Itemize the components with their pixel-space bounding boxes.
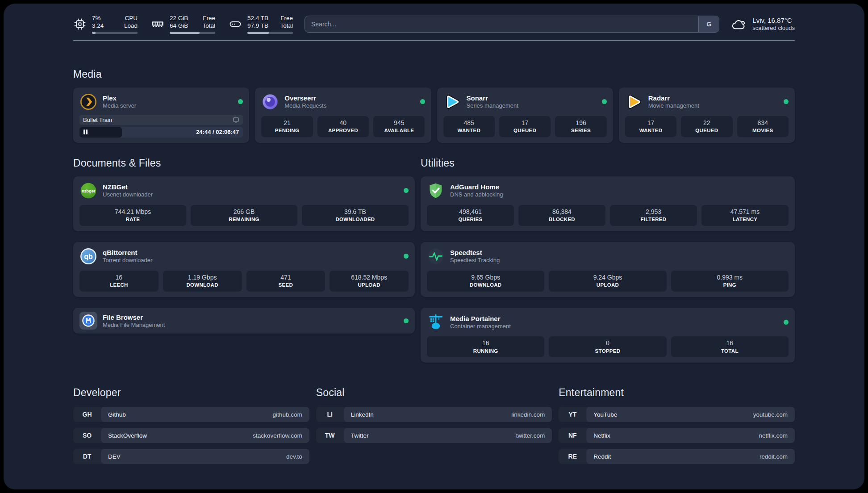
link-pill[interactable]: LinkedInlinkedin.com (344, 407, 552, 422)
stat-box: 471SEED (246, 271, 326, 292)
ram-free-label: Free (203, 14, 215, 22)
adguard-app-link[interactable]: AdGuard Home DNS and adblocking (427, 182, 789, 200)
link-row[interactable]: GHGithubgithub.com (73, 407, 309, 422)
speedtest-app-link[interactable]: Speedtest Speedtest Tracking (427, 247, 789, 265)
adguard-icon (427, 182, 445, 200)
stat-value: 196 (558, 119, 604, 127)
speedtest-icon (427, 247, 445, 265)
portainer-app-link[interactable]: Media Portainer Container management (427, 313, 789, 331)
app-name: Radarr (648, 94, 699, 102)
bookmarks-grid: Developer GHGithubgithub.comSOStackOverf… (73, 387, 795, 470)
overseerr-card: Overseerr Media Requests 21PENDING40APPR… (255, 88, 431, 143)
overseerr-app-link[interactable]: Overseerr Media Requests (261, 93, 425, 111)
radarr-app-link[interactable]: Radarr Movie management (625, 93, 789, 111)
app-name: Overseerr (284, 94, 326, 102)
svg-text:nzbget: nzbget (82, 188, 95, 193)
stat-box: 22QUEUED (681, 116, 732, 137)
ram-icon (151, 17, 164, 31)
link-pill[interactable]: YouTubeyoutube.com (586, 407, 795, 422)
entertainment-column: Entertainment YTYouTubeyoutube.comNFNetf… (559, 387, 795, 470)
system-stats: 7%CPU 3.24Load (73, 14, 293, 34)
stat-value: 9.24 Gbps (551, 274, 664, 282)
link-name: Github (108, 411, 126, 418)
search-input[interactable] (305, 16, 698, 32)
link-pill[interactable]: Twittertwitter.com (344, 428, 552, 443)
link-name: DEV (108, 453, 121, 460)
ram-total-label: Total (202, 22, 215, 29)
link-pill[interactable]: DEVdev.to (101, 449, 309, 464)
search-provider-button[interactable]: G (698, 16, 719, 32)
stat-value: 1.19 Gbps (166, 274, 239, 282)
stat-label: RUNNING (430, 348, 542, 355)
stat-box: 1.19 GbpsDOWNLOAD (163, 271, 242, 292)
link-row[interactable]: TWTwittertwitter.com (316, 428, 552, 443)
stat-label: AVAILABLE (376, 128, 422, 134)
link-pill[interactable]: Githubgithub.com (101, 407, 309, 422)
cloud-icon (731, 17, 747, 31)
stat-label: BLOCKED (521, 217, 603, 223)
app-name: Plex (103, 94, 136, 102)
link-badge: RE (559, 449, 586, 464)
stat-value: 16 (82, 274, 156, 282)
status-online-dot (238, 99, 243, 104)
stats-row: 744.21 MbpsRATE266 GBREMAINING39.6 TBDOW… (79, 205, 409, 226)
topbar: 7%CPU 3.24Load (73, 14, 795, 34)
stats-row: 17WANTED22QUEUED834MOVIES (625, 116, 789, 137)
portainer-card: Media Portainer Container management 16R… (421, 308, 795, 363)
stat-value: 21 (264, 119, 310, 127)
link-row[interactable]: YTYouTubeyoutube.com (559, 407, 795, 422)
link-row[interactable]: LILinkedInlinkedin.com (316, 407, 552, 422)
cpu-stat: 7%CPU 3.24Load (73, 14, 138, 34)
search-bar: G (305, 16, 719, 33)
link-row[interactable]: RERedditreddit.com (559, 449, 795, 464)
link-row[interactable]: DTDEVdev.to (73, 449, 309, 464)
disk-free: 52.4 TB (247, 14, 268, 22)
section-title-utilities: Utilities (421, 157, 795, 169)
stat-value: 0.993 ms (674, 274, 786, 282)
section-title-documents: Documents & Files (73, 157, 415, 169)
stat-label: WANTED (628, 128, 674, 134)
disk-total-label: Total (280, 22, 293, 29)
stat-label: UPLOAD (332, 282, 406, 288)
stat-value: 9.65 Gbps (430, 274, 542, 282)
nzbget-app-link[interactable]: nzbget NZBGet Usenet downloader (79, 182, 409, 200)
cpu-load: 3.24 (92, 22, 104, 29)
link-badge: TW (316, 428, 344, 443)
utilities-column: Utilities AdGuard Home (421, 157, 795, 363)
stat-label: SEED (249, 282, 323, 288)
link-row[interactable]: SOStackOverflowstackoverflow.com (73, 428, 309, 443)
filebrowser-icon (79, 312, 97, 330)
app-subtitle: Media File Management (103, 322, 165, 328)
plex-app-link[interactable]: Plex Media server (79, 93, 243, 111)
stat-box: 945AVAILABLE (373, 116, 425, 137)
status-online-dot (420, 99, 425, 104)
stat-label: REMAINING (193, 217, 295, 223)
link-name: StackOverflow (108, 432, 147, 439)
stat-box: 498,461QUERIES (427, 205, 514, 226)
link-row[interactable]: NFNetflixnetflix.com (559, 428, 795, 443)
link-pill[interactable]: StackOverflowstackoverflow.com (101, 428, 309, 443)
social-links: LILinkedInlinkedin.comTWTwittertwitter.c… (316, 407, 552, 443)
qbittorrent-icon: qb (79, 247, 97, 265)
filebrowser-app-link[interactable]: File Browser Media File Management (79, 312, 409, 330)
filebrowser-card: File Browser Media File Management (73, 308, 415, 334)
link-url: dev.to (286, 453, 302, 460)
sonarr-app-link[interactable]: Sonarr Series management (443, 93, 607, 111)
link-pill[interactable]: Netflixnetflix.com (586, 428, 795, 443)
qbittorrent-app-link[interactable]: qb qBittorrent Torrent downloader (79, 247, 409, 265)
link-name: Twitter (351, 432, 369, 439)
topbar-divider (73, 40, 795, 41)
stat-box: 17QUEUED (499, 116, 551, 137)
link-url: linkedin.com (511, 411, 545, 418)
disk-progress-bar (247, 32, 293, 34)
section-title-media: Media (73, 68, 795, 80)
link-pill[interactable]: Redditreddit.com (586, 449, 795, 464)
stat-box: 16RUNNING (427, 336, 544, 357)
status-online-dot (784, 320, 789, 325)
stat-label: RATE (82, 217, 184, 223)
stat-value: 16 (674, 339, 786, 347)
speedtest-card: Speedtest Speedtest Tracking 9.65 GbpsDO… (421, 242, 795, 297)
stat-box: 86,384BLOCKED (518, 205, 605, 226)
stat-box: 9.65 GbpsDOWNLOAD (427, 271, 544, 292)
stat-box: 16TOTAL (671, 336, 789, 357)
